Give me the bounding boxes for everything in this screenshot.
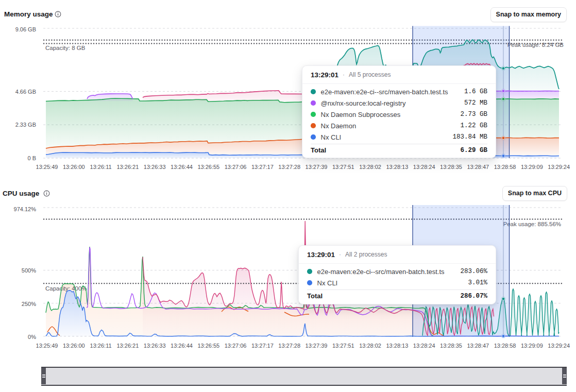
svg-text:13:25:49: 13:25:49 [36,164,58,170]
svg-text:13:28:13: 13:28:13 [386,343,408,349]
svg-text:13:28:02: 13:28:02 [359,343,381,349]
svg-text:13:26:33: 13:26:33 [144,343,166,349]
svg-text:2.33 GB: 2.33 GB [15,122,36,128]
svg-text:13:25:49: 13:25:49 [36,343,58,349]
svg-text:13:26:11: 13:26:11 [90,164,112,170]
svg-text:13:29:24: 13:29:24 [548,343,570,349]
svg-text:Peak usage: 8.24 GB: Peak usage: 8.24 GB [507,42,564,48]
svg-text:Peak usage: 885.56%: Peak usage: 885.56% [503,221,561,227]
svg-text:0 B: 0 B [27,155,36,161]
svg-text:13:26:00: 13:26:00 [63,164,85,170]
svg-text:13:28:02: 13:28:02 [359,164,381,170]
svg-text:13:27:17: 13:27:17 [251,343,274,349]
svg-text:13:27:06: 13:27:06 [225,164,247,170]
svg-text:13:28:47: 13:28:47 [467,343,489,349]
svg-text:0%: 0% [28,334,36,340]
svg-text:13:28:58: 13:28:58 [494,343,516,349]
svg-text:9.06 GB: 9.06 GB [15,26,36,32]
svg-text:13:26:55: 13:26:55 [197,164,219,170]
svg-text:13:26:44: 13:26:44 [171,164,193,170]
svg-text:13:27:06: 13:27:06 [225,343,247,349]
svg-text:13:29:09: 13:29:09 [521,343,543,349]
svg-text:13:28:47: 13:28:47 [467,164,489,170]
svg-text:13:29:09: 13:29:09 [521,164,543,170]
svg-text:13:28:24: 13:28:24 [413,164,435,170]
svg-text:13:28:58: 13:28:58 [494,164,516,170]
svg-text:250%: 250% [22,301,36,307]
svg-text:13:27:51: 13:27:51 [332,343,354,349]
svg-text:13:26:11: 13:26:11 [90,343,112,349]
svg-text:13:27:17: 13:27:17 [251,164,274,170]
svg-text:Capacity: 400%: Capacity: 400% [45,285,87,292]
svg-text:13:28:35: 13:28:35 [440,343,462,349]
svg-text:13:26:44: 13:26:44 [171,343,193,349]
svg-text:13:27:51: 13:27:51 [332,164,354,170]
svg-text:13:28:13: 13:28:13 [386,164,408,170]
svg-text:13:27:39: 13:27:39 [306,164,328,170]
svg-text:13:26:33: 13:26:33 [144,164,166,170]
svg-text:13:26:00: 13:26:00 [63,343,85,349]
svg-text:13:26:21: 13:26:21 [116,343,139,349]
svg-text:13:27:39: 13:27:39 [306,343,328,349]
svg-text:13:28:24: 13:28:24 [413,343,435,349]
svg-text:974.12%: 974.12% [14,206,37,212]
svg-text:13:29:24: 13:29:24 [548,164,570,170]
svg-text:13:26:21: 13:26:21 [116,164,139,170]
svg-text:4.66 GB: 4.66 GB [15,89,36,95]
svg-text:13:27:28: 13:27:28 [278,343,300,349]
svg-text:500%: 500% [22,267,36,274]
svg-text:13:26:55: 13:26:55 [197,343,219,349]
svg-text:13:28:35: 13:28:35 [440,164,462,170]
svg-text:Capacity: 8 GB: Capacity: 8 GB [45,45,86,51]
svg-text:13:27:28: 13:27:28 [278,164,300,170]
